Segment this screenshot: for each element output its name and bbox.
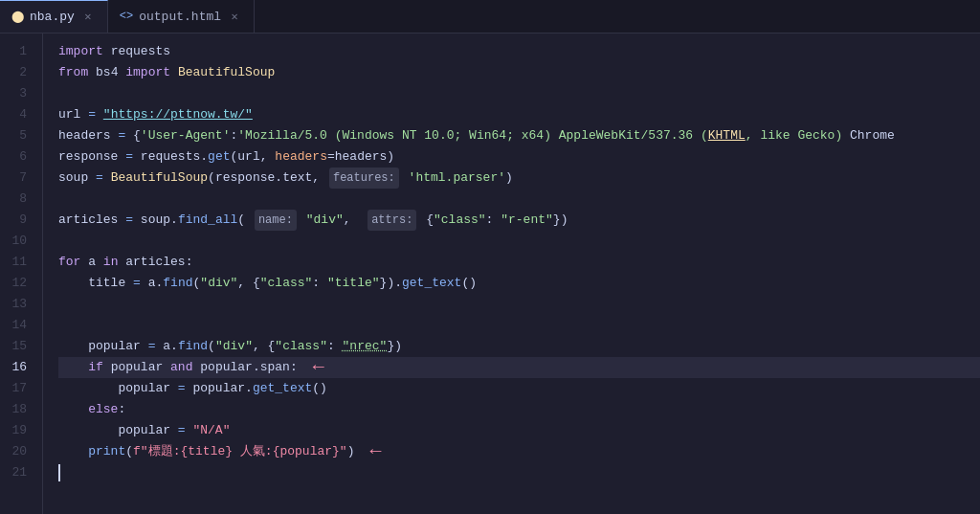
line-num-21: 21 bbox=[0, 462, 31, 483]
line-num-8: 8 bbox=[0, 189, 31, 210]
line-num-9: 9 bbox=[0, 210, 31, 231]
code-line-20: print(f"標題:{title} 人氣:{popular}") ← bbox=[58, 441, 980, 462]
tab-bar: ⬤ nba.py ✕ <> output.html ✕ bbox=[0, 0, 980, 34]
line-num-16: 16 bbox=[0, 357, 31, 378]
line-num-10: 10 bbox=[0, 231, 31, 252]
arrow-line20: ← bbox=[370, 441, 382, 462]
code-line-21 bbox=[58, 462, 980, 483]
code-line-16: if popular and popular.span: ← bbox=[58, 357, 980, 378]
editor: 1 2 3 4 5 6 7 8 9 10 11 12 13 14 15 16 1… bbox=[0, 34, 980, 514]
line-num-4: 4 bbox=[0, 104, 31, 125]
code-line-12: title = a.find("div", {"class": "title"}… bbox=[58, 273, 980, 294]
line-num-11: 11 bbox=[0, 252, 31, 273]
tab-nba-py-close[interactable]: ✕ bbox=[80, 10, 96, 25]
line-num-17: 17 bbox=[0, 378, 31, 399]
line-num-5: 5 bbox=[0, 125, 31, 146]
code-line-9: articles = soup.find_all( name: "div", a… bbox=[58, 210, 980, 231]
line-num-12: 12 bbox=[0, 273, 31, 294]
line-num-7: 7 bbox=[0, 168, 31, 189]
line-numbers: 1 2 3 4 5 6 7 8 9 10 11 12 13 14 15 16 1… bbox=[0, 34, 43, 514]
code-line-2: from bs4 import BeautifulSoup bbox=[58, 62, 980, 83]
code-line-6: response = requests.get(url, headers=hea… bbox=[58, 146, 980, 168]
line-num-20: 20 bbox=[0, 441, 31, 462]
line-num-2: 2 bbox=[0, 62, 31, 83]
line-num-19: 19 bbox=[0, 420, 31, 441]
code-line-1: import requests bbox=[58, 41, 980, 62]
code-line-7: soup = BeautifulSoup(response.text, feat… bbox=[58, 168, 980, 189]
line-num-14: 14 bbox=[0, 315, 31, 336]
code-line-15: popular = a.find("div", {"class": "nrec"… bbox=[58, 336, 980, 357]
code-line-10 bbox=[58, 231, 980, 252]
code-line-17: popular = popular.get_text() bbox=[58, 378, 980, 399]
tab-output-html-close[interactable]: ✕ bbox=[227, 9, 242, 24]
line-num-15: 15 bbox=[0, 336, 31, 357]
tab-nba-py-label: nba.py bbox=[30, 10, 75, 24]
code-line-18: else: bbox=[58, 399, 980, 420]
tab-output-html-label: output.html bbox=[139, 10, 221, 24]
tab-nba-py[interactable]: ⬤ nba.py ✕ bbox=[0, 0, 108, 33]
line-num-1: 1 bbox=[0, 41, 31, 62]
code-line-8 bbox=[58, 189, 980, 210]
tab-output-html[interactable]: <> output.html ✕ bbox=[108, 0, 255, 33]
keyword-import: import bbox=[58, 41, 103, 62]
cursor bbox=[58, 464, 60, 481]
code-line-11: for a in articles: bbox=[58, 252, 980, 273]
python-icon: ⬤ bbox=[11, 10, 24, 24]
line-num-3: 3 bbox=[0, 83, 31, 104]
code-line-19: popular = "N/A" bbox=[58, 420, 980, 441]
code-content[interactable]: import requests from bs4 import Beautifu… bbox=[43, 34, 980, 514]
code-line-13 bbox=[58, 294, 980, 315]
code-line-14 bbox=[58, 315, 980, 336]
code-line-3 bbox=[58, 83, 980, 104]
line-num-6: 6 bbox=[0, 146, 31, 168]
code-line-4: url = "https://pttnow.tw/" bbox=[58, 104, 980, 125]
line-num-13: 13 bbox=[0, 294, 31, 315]
code-line-5: headers = {'User-Agent':'Mozilla/5.0 (Wi… bbox=[58, 125, 980, 146]
arrow-line16: ← bbox=[313, 357, 324, 378]
html-icon: <> bbox=[120, 10, 133, 23]
line-num-18: 18 bbox=[0, 399, 31, 420]
